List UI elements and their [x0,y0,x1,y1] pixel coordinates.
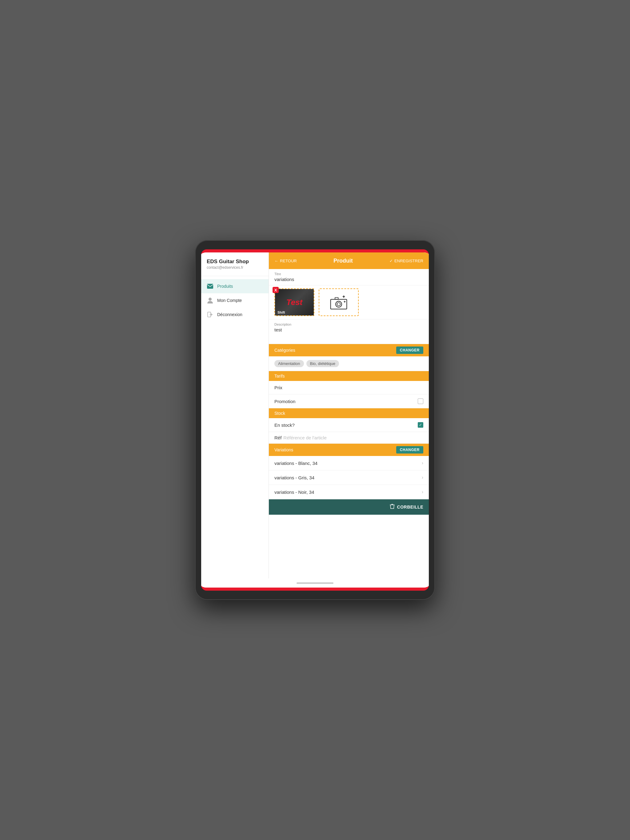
test-image-label: Test [287,298,303,307]
variation-row-2[interactable]: variations - Noir, 34 › [269,485,429,499]
ref-row[interactable]: Réf Référence de l'article [269,432,429,444]
brand-name: EDS Guitar Shop [207,259,263,265]
categories-changer-button[interactable]: CHANGER [396,346,423,354]
add-photo-button[interactable] [319,288,359,316]
variation-label-1: variations - Gris, 34 [274,475,314,480]
title-label: Titre [274,272,423,276]
corbeille-bar[interactable]: CORBEILLE [269,499,429,515]
stock-section-header: Stock [269,408,429,418]
tarifs-title: Tarifs [274,374,285,379]
test-image-sub: Shift [277,311,285,314]
home-bar [201,578,429,587]
produits-label: Produits [217,284,233,289]
image-thumbnail-1[interactable]: Test Shift [274,288,314,316]
svg-rect-6 [335,298,339,300]
form-content: Titre variations X Test Shift [269,269,429,578]
sidebar-item-mon-compte[interactable]: Mon Compte [201,293,269,308]
save-button[interactable]: ✓ ENREGISTRER [389,259,423,263]
delete-image-badge[interactable]: X [272,287,279,293]
promotion-label: Promotion [274,399,295,404]
en-stock-checkbox[interactable]: ✓ [418,422,423,428]
arrow-left-icon: ← [274,259,279,263]
categories-section-header: Catégories CHANGER [269,344,429,356]
variations-title: Variations [274,447,293,452]
description-label: Description [274,322,423,326]
categories-row: Alimentation Bio, diététique [269,356,429,371]
user-icon [207,297,214,304]
category-tag-0: Alimentation [274,360,304,367]
ref-label: Réf [274,435,282,440]
page-title: Produit [297,257,389,264]
promotion-checkbox[interactable] [418,398,423,404]
chevron-right-icon-0: › [422,460,423,466]
stock-title: Stock [274,411,285,416]
sidebar-nav: Produits Mon Compte [201,279,269,322]
en-stock-row[interactable]: En stock? ✓ [269,418,429,432]
svg-point-1 [209,298,212,301]
variations-section-header: Variations CHANGER [269,444,429,456]
device-screen: EDS Guitar Shop contact@edservices.fr Pr… [201,249,429,591]
en-stock-label: En stock? [274,422,295,428]
promotion-row[interactable]: Promotion [269,395,429,408]
checkmark-icon: ✓ [389,259,393,263]
mon-compte-label: Mon Compte [217,298,242,303]
deconnexion-label: Déconnexion [217,312,242,317]
page-header: ← RETOUR Produit ✓ ENREGISTRER [269,253,429,269]
back-label: RETOUR [280,259,297,263]
title-value: variations [274,277,423,282]
svg-rect-0 [207,284,213,289]
chevron-right-icon-1: › [422,475,423,480]
back-button[interactable]: ← RETOUR [274,259,297,263]
corbeille-label: CORBEILLE [397,505,423,510]
sidebar: EDS Guitar Shop contact@edservices.fr Pr… [201,253,269,578]
variation-row-0[interactable]: variations - Blanc, 34 › [269,456,429,471]
variations-changer-button[interactable]: CHANGER [396,446,423,453]
sidebar-item-deconnexion[interactable]: Déconnexion [201,308,269,322]
description-value: test [274,327,423,332]
brand-email: contact@edservices.fr [207,265,263,270]
svg-point-5 [337,303,340,306]
variation-label-0: variations - Blanc, 34 [274,461,317,466]
variation-row-1[interactable]: variations - Gris, 34 › [269,471,429,485]
prix-row[interactable]: Prix [269,381,429,395]
save-label: ENREGISTRER [394,259,423,263]
app-wrapper: EDS Guitar Shop contact@edservices.fr Pr… [201,253,429,578]
chevron-right-icon-2: › [422,489,423,495]
variation-label-2: variations - Noir, 34 [274,489,314,495]
category-tag-1: Bio, diététique [306,360,339,367]
sidebar-brand: EDS Guitar Shop contact@edservices.fr [201,259,269,276]
title-field[interactable]: Titre variations [269,269,429,285]
main-content: ← RETOUR Produit ✓ ENREGISTRER Titre var… [269,253,429,578]
test-image: Test Shift [275,288,314,316]
description-field[interactable]: Description test [269,319,429,344]
device-frame: EDS Guitar Shop contact@edservices.fr Pr… [195,240,435,600]
svg-rect-3 [331,300,347,309]
svg-point-4 [336,301,342,308]
ref-input[interactable]: Référence de l'article [283,435,326,440]
home-indicator [296,583,334,584]
envelope-icon [207,283,214,290]
sidebar-item-produits[interactable]: Produits [201,279,269,293]
trash-icon [390,504,395,510]
tarifs-section-header: Tarifs [269,371,429,381]
logout-icon [207,311,214,318]
categories-title: Catégories [274,348,295,353]
images-section: X Test Shift [269,285,429,319]
prix-label: Prix [274,385,282,390]
